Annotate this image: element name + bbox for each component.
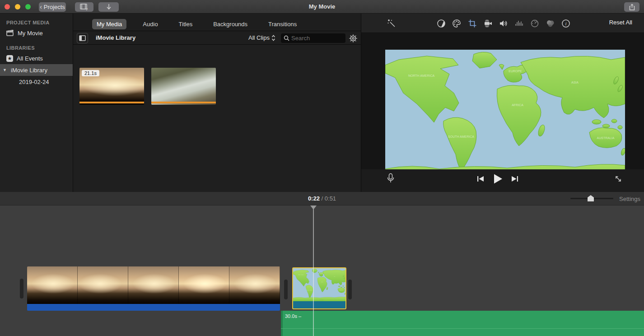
tab-my-media[interactable]: My Media xyxy=(92,19,126,29)
audio-waveform-bar xyxy=(27,304,280,311)
total-time: 0:51 xyxy=(325,195,336,202)
time-separator: / xyxy=(322,195,323,202)
clapperboard-icon xyxy=(6,30,14,36)
sidebar-item-event-date[interactable]: 2019-02-24 xyxy=(0,76,73,88)
background-clip-duration-label: 30.0s – xyxy=(285,313,301,319)
tab-transitions[interactable]: Transitions xyxy=(264,19,301,29)
playback-controls xyxy=(361,169,644,192)
fullscreen-button[interactable] xyxy=(613,174,623,184)
duration-badge: 21.1s xyxy=(82,70,99,76)
current-time: 0:22 xyxy=(308,195,320,202)
map-clip-audio-bar xyxy=(293,301,345,308)
info-button[interactable]: i xyxy=(560,18,571,29)
all-events-label: All Events xyxy=(17,55,43,62)
share-icon xyxy=(629,4,635,11)
library-header: iMovie Library All Clips Search xyxy=(73,31,361,45)
project-media-header: PROJECT MEDIA xyxy=(6,20,73,25)
clip-thumbnail-sunset-lighthouse[interactable]: 21.1s xyxy=(79,68,144,105)
transport-controls xyxy=(476,173,519,185)
color-palette-icon xyxy=(452,19,462,28)
timeline-settings-button[interactable]: Settings xyxy=(619,196,640,202)
gear-icon xyxy=(349,34,358,43)
search-input[interactable]: Search xyxy=(281,33,345,43)
my-movie-label: My Movie xyxy=(18,30,43,37)
all-clips-filter[interactable]: All Clips xyxy=(248,34,275,41)
previous-button[interactable] xyxy=(476,175,485,183)
color-balance-button[interactable] xyxy=(436,18,447,29)
adjust-toolbar: i Reset All xyxy=(361,14,644,33)
timeline-background-music-clip[interactable]: 30.0s – xyxy=(281,311,644,336)
preview-frame-world-map xyxy=(385,50,625,182)
playhead-line[interactable] xyxy=(313,207,314,336)
reset-all-button[interactable]: Reset All xyxy=(609,19,632,26)
star-icon: ★ xyxy=(6,55,13,62)
overlapping-circles-icon xyxy=(546,19,555,28)
auto-enhance-button[interactable] xyxy=(386,18,397,29)
next-button[interactable] xyxy=(511,175,519,183)
sidebar-item-imovie-library[interactable]: ▼ iMovie Library xyxy=(0,64,73,76)
usage-stripe xyxy=(151,102,216,103)
volume-button[interactable] xyxy=(498,18,509,29)
imovie-library-label: iMovie Library xyxy=(11,67,47,74)
appearance-settings-button[interactable] xyxy=(348,33,359,44)
updown-chevrons-icon xyxy=(271,35,275,41)
imovie-window: NORTH AMERICA SOUTH AMERICA EUROPE AFRIC… xyxy=(0,0,644,336)
clip-thumbnail-rocky-coast[interactable] xyxy=(151,68,216,105)
timeline-clip-sunset[interactable] xyxy=(27,266,280,311)
crop-icon xyxy=(468,19,477,28)
playhead-handle[interactable] xyxy=(310,205,317,210)
adjust-tools-group: i xyxy=(436,18,571,29)
stabilization-button[interactable] xyxy=(483,18,494,29)
event-date-label: 2019-02-24 xyxy=(19,79,49,85)
tab-audio[interactable]: Audio xyxy=(138,19,162,29)
sidebar-item-all-events[interactable]: ★ All Events xyxy=(0,52,73,64)
trim-handle-map-left[interactable] xyxy=(284,280,288,299)
tab-backgrounds[interactable]: Backgrounds xyxy=(209,19,252,29)
speed-button[interactable] xyxy=(529,18,540,29)
libraries-sidebar: PROJECT MEDIA My Movie LIBRARIES ★ All E… xyxy=(0,14,73,192)
trim-handle-left[interactable] xyxy=(20,279,23,299)
media-browser: My Media Audio Titles Backgrounds Transi… xyxy=(73,14,361,192)
skip-forward-icon xyxy=(511,175,519,183)
noise-reduction-button[interactable] xyxy=(514,18,525,29)
color-balance-icon xyxy=(437,19,446,28)
record-voiceover-button[interactable] xyxy=(387,173,395,185)
timeline-zoom-slider[interactable] xyxy=(570,198,613,199)
search-placeholder: Search xyxy=(291,35,310,42)
sidebar-toggle-icon xyxy=(79,35,86,41)
clip-grid: 21.1s xyxy=(73,45,361,192)
speedometer-icon xyxy=(530,19,539,28)
clip-left-edge xyxy=(281,311,283,336)
tab-titles[interactable]: Titles xyxy=(174,19,197,29)
share-button[interactable] xyxy=(624,2,639,12)
media-tabs: My Media Audio Titles Backgrounds Transi… xyxy=(73,17,361,31)
skip-back-icon xyxy=(476,175,485,183)
color-correction-button[interactable] xyxy=(452,18,462,29)
timeline-clip-map-selected[interactable] xyxy=(292,267,346,309)
sidebar-item-my-movie[interactable]: My Movie xyxy=(0,27,73,39)
speaker-icon xyxy=(499,19,509,28)
svg-text:i: i xyxy=(565,21,566,26)
timeline-header: 0:22 / 0:51 Settings xyxy=(0,192,644,205)
libraries-header: LIBRARIES xyxy=(6,45,73,51)
crop-button[interactable] xyxy=(467,18,478,29)
timeline[interactable]: 30.0s – xyxy=(0,205,644,336)
titlebar: ‹ Projects ♪ My Movie xyxy=(0,0,644,14)
sidebar-toggle-button[interactable] xyxy=(77,33,88,43)
play-button[interactable] xyxy=(492,173,504,185)
disclosure-triangle-icon[interactable]: ▼ xyxy=(3,68,7,72)
clip-filter-button[interactable] xyxy=(545,18,556,29)
video-camera-icon xyxy=(483,19,493,28)
fullscreen-diagonal-arrows-icon xyxy=(613,174,623,184)
equalizer-bars-icon xyxy=(515,19,524,28)
trim-handle-map-right[interactable] xyxy=(348,280,352,299)
usage-stripe xyxy=(79,102,144,103)
play-icon xyxy=(492,173,504,185)
filmstrip-frames xyxy=(27,266,280,304)
window-title: My Movie xyxy=(0,3,644,10)
microphone-icon xyxy=(387,173,395,185)
library-title: iMovie Library xyxy=(96,34,135,41)
viewer xyxy=(361,33,644,183)
preview-pane: i Reset All xyxy=(361,14,644,192)
search-icon xyxy=(284,35,289,41)
